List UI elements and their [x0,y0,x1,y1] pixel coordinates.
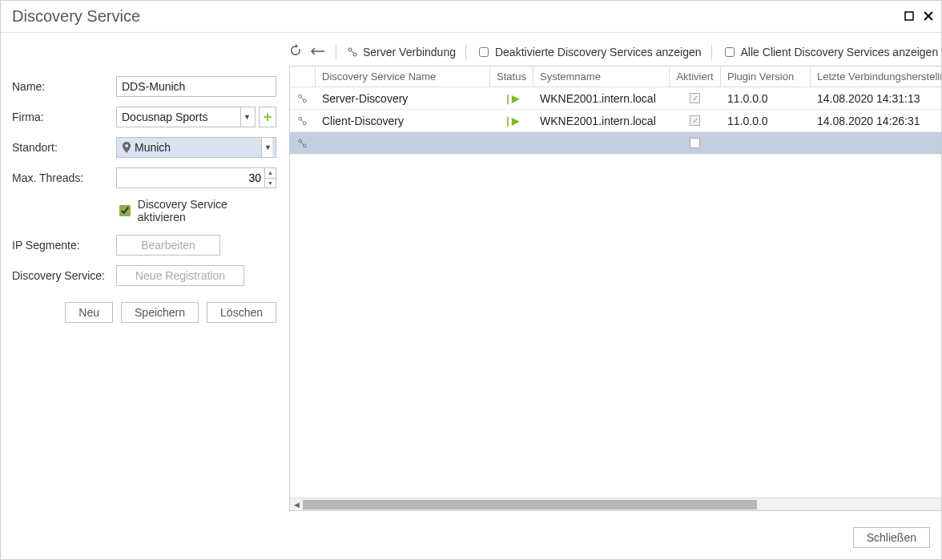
window-controls [904,10,933,23]
cell-system: WKNE2001.intern.local [533,110,670,131]
show-allclient-label: Alle Client Discovery Services anzeigen [741,46,939,58]
grid-header-status[interactable]: Status [490,66,533,87]
svg-point-14 [303,143,306,147]
close-button-footer[interactable]: Schließen [853,527,930,548]
threads-spinner[interactable]: ▲ ▼ [116,167,276,188]
svg-line-9 [301,97,304,99]
svg-point-10 [299,117,302,120]
toolbar: Server Verbindung Deaktivierte Discovery… [289,44,942,66]
active-checkbox[interactable] [690,115,700,126]
server-connection-button[interactable]: Server Verbindung [346,46,456,58]
svg-point-4 [348,48,352,51]
cell-system: WKNE2001.intern.local [533,87,670,109]
row-icon [290,132,316,154]
plus-icon: + [264,110,272,124]
threads-label: Max. Threads: [12,171,116,184]
active-checkbox[interactable] [690,93,700,103]
grid-header-plugin[interactable]: Plugin Version [721,66,811,87]
table-row-new[interactable] [290,132,942,155]
company-dropdown[interactable]: Docusnap Sports ▼ [116,107,256,127]
separator [465,45,466,59]
form-panel: Name: Firma: Docusnap Sports ▼ + Standor… [12,44,276,511]
spin-down-icon[interactable]: ▼ [265,179,276,188]
cell-lastconn: 14.08.2020 14:26:31 [811,110,942,131]
chevron-down-icon: ▼ [261,138,272,157]
grid-body: Server-Discovery❘▶WKNE2001.intern.local1… [290,87,942,155]
cell-name: Client-Discovery [316,110,490,131]
activate-label: Discovery Service aktivieren [138,198,276,224]
cell-status: ❘▶ [490,110,533,131]
svg-point-11 [303,121,306,124]
grid-header-lastconn[interactable]: Letzte Verbindungsherstellung [811,66,942,87]
show-deactivated-checkbox[interactable] [479,47,489,57]
window-title: Discovery Service [12,7,140,26]
svg-point-13 [299,139,302,143]
horizontal-scrollbar[interactable]: ◀ ▶ [290,498,942,510]
svg-line-6 [352,50,354,53]
refresh-button[interactable] [289,44,302,59]
scroll-thumb[interactable] [303,500,757,510]
maximize-button[interactable] [904,10,914,23]
svg-line-15 [301,142,304,144]
name-label: Name: [12,80,116,93]
cell-active [670,87,721,109]
cell-lastconn: 14.08.2020 14:31:13 [811,87,942,109]
cell-active [670,132,721,154]
grid-header-system[interactable]: Systemname [533,66,670,87]
new-button[interactable]: Neu [65,302,113,323]
grid-header-name[interactable]: Discovery Service Name [316,66,490,87]
server-connection-label: Server Verbindung [363,46,456,58]
grid: Discovery Service Name Status Systemname… [289,66,942,511]
cell-active [670,110,721,131]
grid-panel: Server Verbindung Deaktivierte Discovery… [289,44,942,511]
new-registration-button[interactable]: Neue Registration [116,265,244,286]
spin-up-icon[interactable]: ▲ [265,168,276,179]
running-icon: ❘▶ [504,93,519,104]
active-checkbox[interactable] [690,138,700,148]
back-arrow-icon [310,46,326,56]
close-button[interactable] [924,10,933,23]
table-row[interactable]: Server-Discovery❘▶WKNE2001.intern.local1… [290,87,942,110]
svg-point-8 [303,99,306,102]
location-label: Standort: [12,141,116,154]
name-input[interactable] [116,76,276,97]
cell-new-entry [316,132,490,154]
threads-input[interactable] [117,168,264,187]
svg-rect-0 [905,12,913,20]
cell-status: ❘▶ [490,87,533,109]
grid-header: Discovery Service Name Status Systemname… [290,66,942,87]
row-icon [290,110,316,131]
titlebar: Discovery Service [1,1,941,33]
running-icon: ❘▶ [504,115,519,127]
cell-plugin: 11.0.0.0 [721,87,811,109]
save-button[interactable]: Speichern [121,302,199,323]
location-value: Munich [135,141,171,154]
close-icon [924,11,933,21]
grid-header-icon[interactable] [290,66,316,87]
grid-header-active[interactable]: Aktiviert [670,66,721,87]
company-label: Firma: [12,111,116,123]
show-allclient-checkbox[interactable] [725,47,735,57]
ipseg-edit-button[interactable]: Bearbeiten [116,235,220,256]
delete-button[interactable]: Löschen [207,302,276,323]
company-value: Docusnap Sports [122,111,207,123]
back-button[interactable] [310,46,326,58]
maximize-icon [904,11,914,21]
separator [711,45,712,59]
table-row[interactable]: Client-Discovery❘▶WKNE2001.intern.local1… [290,110,942,132]
chevron-down-icon: ▼ [240,107,252,127]
refresh-icon [289,44,302,57]
add-company-button[interactable]: + [259,107,276,127]
cell-plugin: 11.0.0.0 [721,110,811,131]
separator [336,45,336,59]
ipseg-label: IP Segmente: [12,239,116,252]
svg-point-7 [299,95,302,98]
activate-checkbox[interactable] [119,205,131,216]
row-icon [290,87,316,109]
scroll-left-icon[interactable]: ◀ [290,498,303,511]
cell-name: Server-Discovery [316,87,490,109]
connection-icon [346,46,359,58]
ds-label: Discovery Service: [12,269,116,282]
show-deactivated-label: Deaktivierte Discovery Services anzeigen [495,46,702,58]
location-dropdown[interactable]: Munich ▼ [116,137,276,158]
